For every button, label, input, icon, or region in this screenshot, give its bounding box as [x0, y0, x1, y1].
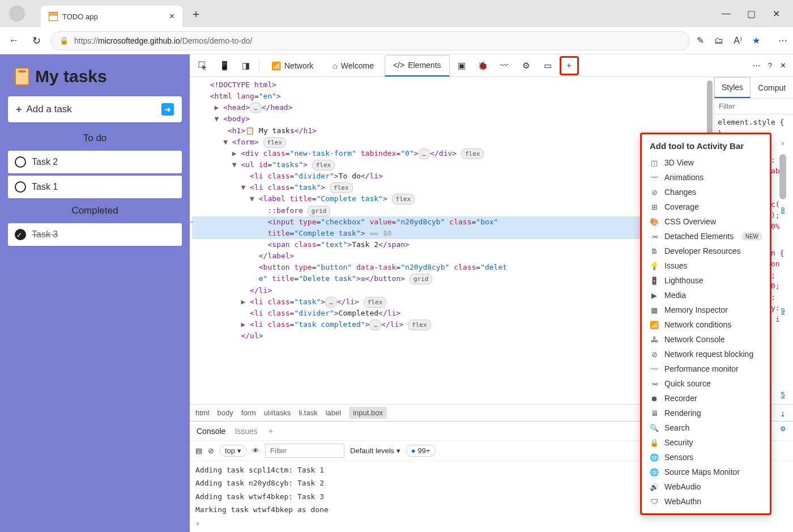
checkbox-icon[interactable] [15, 181, 26, 193]
tab-elements[interactable]: </>Elements [385, 55, 450, 76]
download-icon[interactable]: ⤓ [780, 410, 786, 418]
breadcrumb-item[interactable]: body [218, 408, 233, 417]
tab-network[interactable]: 📶Network [263, 55, 322, 76]
close-window-icon[interactable]: ✕ [770, 8, 782, 19]
submit-task-button[interactable]: ➜ [161, 103, 174, 116]
more-tools-icon[interactable]: ⋯ [753, 61, 760, 70]
styles-filter-input[interactable] [714, 99, 793, 114]
inspect-element-icon[interactable] [193, 56, 212, 75]
edit-page-icon[interactable]: ✎ [697, 35, 704, 46]
popup-item[interactable]: 〰Performance monitor [642, 361, 770, 376]
console-sidebar-toggle-icon[interactable]: ▤ [195, 446, 202, 455]
console-filter-input[interactable] [265, 444, 344, 458]
breadcrumb-item[interactable]: form [241, 408, 256, 417]
home-icon: ⌂ [332, 61, 337, 70]
profile-avatar[interactable] [9, 6, 25, 22]
close-devtools-icon[interactable]: ✕ [780, 61, 786, 70]
popup-item[interactable]: ⏺Recorder [642, 391, 770, 406]
tab-welcome[interactable]: ⌂Welcome [324, 55, 382, 76]
maximize-icon[interactable]: ▢ [745, 8, 757, 19]
more-menu-icon[interactable]: ⋯ [778, 35, 787, 46]
dock-side-icon[interactable]: ◨ [236, 56, 255, 75]
console-prompt[interactable]: › [195, 517, 787, 530]
task-item-done[interactable]: ✓Task 3 [8, 223, 182, 246]
tab-close-icon[interactable]: × [169, 11, 174, 22]
performance-icon[interactable]: 〰 [495, 56, 514, 75]
app-icon[interactable]: ▭ [538, 56, 557, 75]
popup-item[interactable]: 💡Issues [642, 258, 770, 273]
task-item[interactable]: Task 2 [8, 151, 182, 173]
popup-item[interactable]: ⊘Changes [642, 185, 770, 199]
tool-icon: ⊘ [650, 350, 659, 359]
refresh-button[interactable]: ↻ [28, 35, 44, 47]
console-tab-icon[interactable]: ▣ [452, 56, 471, 75]
favorite-star-icon[interactable]: ★ [752, 35, 760, 46]
tab-computed[interactable]: Comput [751, 77, 793, 98]
popup-item[interactable]: 🔊WebAudio [642, 479, 770, 494]
popup-item[interactable]: 🗎Developer Resources [642, 244, 770, 258]
tool-icon: 🖧 [650, 335, 659, 344]
tool-icon: 〰 [650, 365, 659, 373]
popup-item[interactable]: 🎨CSS Overview [642, 214, 770, 229]
tool-icon: ⫘ [650, 232, 659, 241]
url-box[interactable]: 🔒 https://microsoftedge.github.io/Demos/… [51, 31, 690, 50]
read-aloud-icon[interactable]: A⁾ [734, 35, 742, 46]
gear-icon[interactable]: ⚙ [517, 56, 536, 75]
breadcrumb-item[interactable]: input.box [349, 407, 387, 419]
add-task-input[interactable]: + Add a task ➜ [8, 96, 182, 122]
popup-item[interactable]: ⫘Quick source [642, 376, 770, 391]
popup-item[interactable]: 🖥Rendering [642, 406, 770, 420]
checkbox-icon[interactable] [15, 156, 26, 168]
bug-icon[interactable]: 🐞 [474, 56, 493, 75]
plus-icon: + [16, 104, 22, 116]
minimize-icon[interactable]: — [720, 8, 732, 19]
popup-item[interactable]: 🌐Source Maps Monitor [642, 465, 770, 479]
popup-item[interactable]: ▦Memory Inspector [642, 303, 770, 317]
tool-icon: 🔊 [650, 483, 659, 491]
console-tab[interactable]: Console [197, 427, 225, 436]
tool-icon: 🎨 [650, 218, 659, 226]
collections-icon[interactable]: 🗂 [714, 36, 723, 46]
popup-item[interactable]: 🔍Search [642, 420, 770, 435]
device-toggle-icon[interactable]: 📱 [215, 56, 234, 75]
elements-tree[interactable]: <!DOCTYPE html> <html lang="en"> ▶ <head… [190, 77, 714, 404]
settings-gear-icon[interactable]: ⚙ [780, 425, 786, 433]
styles-scrollbar[interactable] [779, 154, 786, 199]
popup-item[interactable]: ⊘Network request blocking [642, 347, 770, 361]
tool-icon: 〰 [650, 173, 659, 182]
popup-item[interactable]: 🔒Security [642, 435, 770, 450]
log-levels-select[interactable]: Default levels ▾ [350, 446, 400, 455]
popup-item[interactable]: ◫3D View [642, 155, 770, 170]
drawer-add-icon[interactable]: ＋ [267, 426, 275, 436]
tab-styles[interactable]: Styles [714, 77, 751, 98]
tool-icon: ⊘ [650, 188, 659, 197]
popup-item[interactable]: 🛡WebAuthn [642, 494, 770, 509]
task-item[interactable]: Task 1 [8, 176, 182, 198]
breadcrumb-item[interactable]: html [195, 408, 210, 417]
tool-icon: ⏺ [650, 394, 659, 403]
live-expression-icon[interactable]: 👁 [252, 446, 259, 455]
popup-item[interactable]: 🚦Lighthouse [642, 273, 770, 288]
browser-tab[interactable]: TODO app × [41, 6, 182, 27]
breadcrumb-item[interactable]: label [326, 408, 341, 417]
tool-icon: 🛡 [650, 497, 659, 506]
popup-item[interactable]: 📶Network conditions [642, 317, 770, 332]
breadcrumb-item[interactable]: li.task [299, 408, 317, 417]
issues-tab[interactable]: Issues [235, 427, 257, 436]
clear-console-icon[interactable]: ⊘ [208, 446, 214, 455]
checkbox-checked-icon[interactable]: ✓ [15, 229, 26, 240]
back-button[interactable]: ← [6, 35, 22, 46]
popup-item[interactable]: ▶Media [642, 288, 770, 303]
chevron-right-icon[interactable]: › [782, 139, 784, 147]
issues-count[interactable]: ● 99+ [406, 445, 436, 457]
popup-item[interactable]: 🌐Sensors [642, 450, 770, 465]
new-tab-button[interactable]: ＋ [190, 6, 202, 22]
popup-item[interactable]: 〰Animations [642, 170, 770, 185]
popup-item[interactable]: 🖧Network Console [642, 332, 770, 347]
help-icon[interactable]: ? [768, 61, 772, 70]
breadcrumb-item[interactable]: ul#tasks [264, 408, 291, 417]
context-select[interactable]: top ▾ [220, 445, 246, 457]
add-tool-button[interactable]: ＋ [560, 56, 579, 75]
popup-item[interactable]: ⫘Detached ElementsNEW [642, 229, 770, 244]
popup-item[interactable]: ⊞Coverage [642, 199, 770, 214]
